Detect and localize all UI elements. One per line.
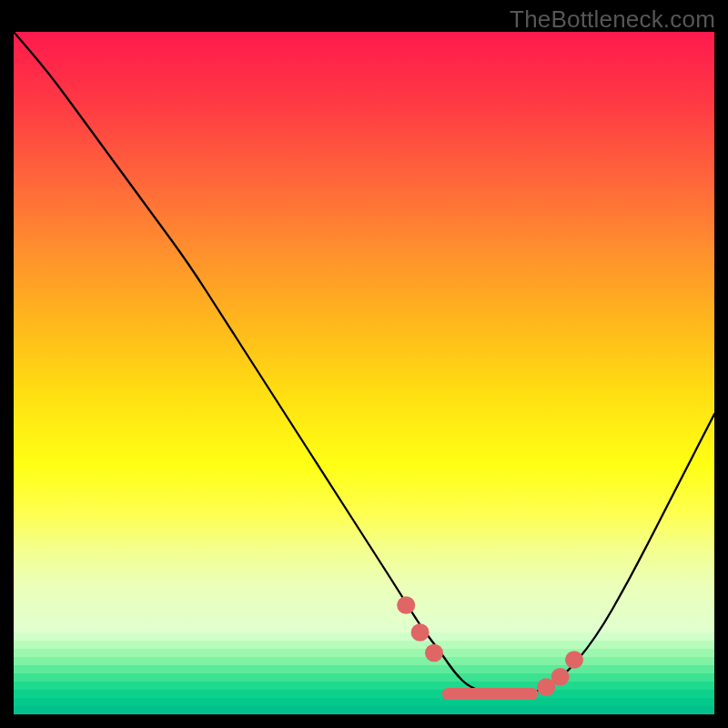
marker-left-3 (425, 644, 443, 662)
marker-right-3 (565, 651, 583, 668)
marker-left-1 (397, 596, 415, 613)
plot-area (14, 32, 714, 714)
marker-left-2 (411, 623, 430, 641)
watermark-text: TheBottleneck.com (510, 5, 715, 34)
valley-markers (397, 596, 583, 695)
marker-right-2 (551, 668, 570, 685)
bottleneck-curve (14, 32, 714, 696)
chart-stage: TheBottleneck.com (0, 0, 728, 728)
curve-layer (14, 32, 714, 714)
